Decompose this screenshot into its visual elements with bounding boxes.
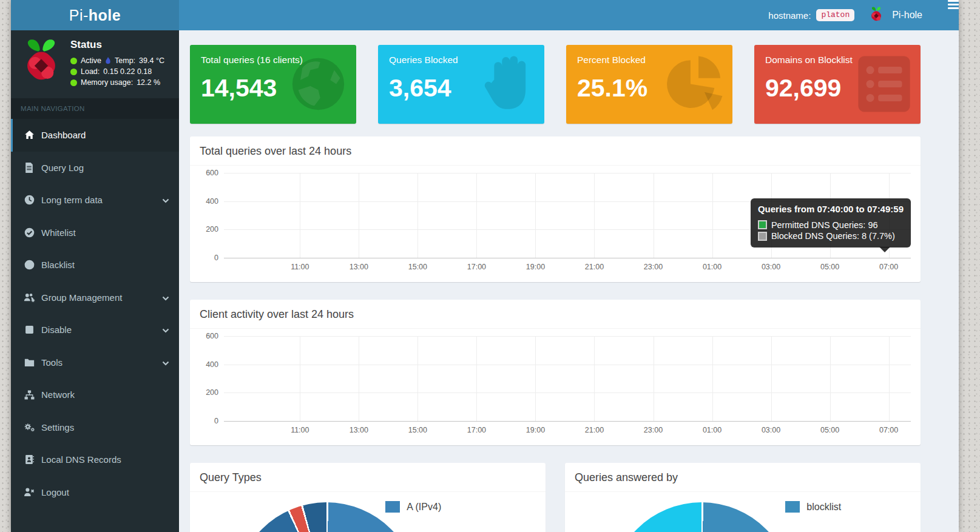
y-tick-label: 200: [206, 388, 218, 397]
x-tick-label: 03:00: [762, 426, 780, 434]
sidebar-item-settings[interactable]: Settings: [11, 411, 179, 444]
folder-icon: [23, 358, 35, 367]
sidebar-item-label: Disable: [41, 325, 72, 335]
status-active-label: Active: [81, 56, 101, 65]
top-navbar: hostname: platon Pi-hole: [179, 0, 959, 30]
domains-blocklist-card: Domains on Blocklist 92,699: [754, 45, 921, 124]
status-title: Status: [70, 39, 164, 51]
box-title: Total queries over last 24 hours: [190, 136, 921, 166]
sidebar-item-label: Dashboard: [41, 130, 86, 140]
chart-tooltip: Queries from 07:40:00 to 07:49:59 Permit…: [751, 198, 911, 247]
x-tick-label: 01:00: [703, 426, 721, 434]
stat-cards-row: Total queries (16 clients) 14,543 Querie…: [190, 45, 921, 124]
sidebar-item-whitelist[interactable]: Whitelist: [11, 217, 179, 249]
status-memory-value: 12.2 %: [137, 78, 160, 87]
x-tick-label: 21:00: [585, 426, 604, 434]
status-temp-label: Temp:: [115, 56, 135, 65]
y-tick-label: 600: [206, 169, 218, 177]
bars-layer: [224, 336, 911, 421]
pihole-app-window: Pi-hole hostname: platon Pi-hole: [11, 0, 959, 532]
tooltip-blocked-text: Blocked DNS Queries: 8 (7.7%): [771, 231, 895, 242]
sidebar-item-label: Group Management: [41, 292, 122, 303]
sidebar-item-dashboard[interactable]: Dashboard: [11, 119, 179, 152]
permitted-swatch-icon: [758, 220, 767, 229]
chevron-down-icon: [162, 357, 169, 368]
y-axis: 0200400600: [200, 336, 224, 439]
sidebar-item-tools[interactable]: Tools: [11, 346, 179, 379]
sidebar-item-label: Logout: [41, 487, 69, 497]
x-tick-label: 03:00: [762, 263, 780, 271]
x-tick-label: 19:00: [526, 263, 545, 271]
legend-item[interactable]: blocklist: [785, 501, 841, 513]
x-tick-label: 07:00: [879, 263, 898, 271]
sidebar-item-local-dns-records[interactable]: Local DNS Records: [11, 443, 179, 476]
x-tick-label: 17:00: [467, 263, 486, 271]
y-tick-label: 200: [206, 225, 218, 234]
client-activity-chart[interactable]: 020040060011:0013:0015:0017:0019:0021:00…: [200, 336, 911, 439]
check-circle-icon: [23, 227, 35, 238]
status-dot-icon: [70, 58, 77, 64]
sidebar-item-disable[interactable]: Disable: [11, 314, 179, 346]
gears-icon: [23, 422, 35, 433]
sidebar-item-label: Blacklist: [41, 260, 75, 270]
gridline: [224, 258, 911, 258]
plot-area[interactable]: 11:0013:0015:0017:0019:0021:0023:0001:00…: [224, 336, 911, 439]
sidebar-item-label: Query Log: [41, 163, 84, 173]
sidebar-item-query-log[interactable]: Query Log: [11, 152, 179, 184]
user-times-icon: [23, 487, 35, 497]
sitemap-icon: [23, 390, 35, 400]
x-tick-label: 05:00: [820, 426, 839, 434]
y-tick-label: 0: [214, 417, 218, 425]
box-title: Client activity over last 24 hours: [190, 300, 921, 329]
x-tick-label: 05:00: [820, 263, 839, 271]
x-tick-label: 13:00: [350, 426, 368, 434]
sidebar: Status Active Temp: 39.4 °C Load: 0.15 0…: [11, 30, 179, 532]
legend-swatch-icon: [385, 501, 400, 513]
x-tick-label: 15:00: [408, 263, 427, 271]
chevron-down-icon: [162, 292, 169, 303]
x-tick-label: 19:00: [526, 426, 545, 434]
sidebar-section-label: MAIN NAVIGATION: [11, 98, 179, 119]
y-tick-label: 0: [214, 254, 218, 262]
answered-by-pie-chart[interactable]: [610, 502, 792, 532]
x-tick-label: 01:00: [703, 263, 721, 271]
x-tick-label: 07:00: [879, 426, 898, 434]
sidebar-item-blacklist[interactable]: Blacklist: [11, 249, 179, 281]
tooltip-permitted-text: Permitted DNS Queries: 96: [771, 220, 878, 231]
sidebar-item-label: Settings: [41, 422, 74, 433]
stat-card-value: 25.1%: [577, 74, 721, 103]
x-tick-label: 13:00: [350, 263, 368, 271]
stat-card-title: Queries Blocked: [389, 55, 533, 66]
query-types-legend: A (IPv4): [385, 501, 441, 513]
legend-label: blocklist: [806, 502, 841, 513]
sidebar-item-logout[interactable]: Logout: [11, 476, 179, 509]
status-dot-icon: [70, 79, 77, 86]
stat-card-value: 92,699: [765, 74, 910, 103]
x-tick-label: 21:00: [585, 263, 604, 271]
x-tick-label: 11:00: [291, 426, 309, 434]
sidebar-item-group-management[interactable]: Group Management: [11, 281, 179, 314]
stat-card-value: 3,654: [389, 74, 533, 103]
status-row-memory: Memory usage: 12.2 %: [70, 78, 164, 87]
query-types-box: Query Types A (IPv4): [190, 463, 546, 532]
chevron-down-icon: [162, 195, 169, 205]
y-tick-label: 400: [206, 197, 218, 206]
sidebar-item-long-term-data[interactable]: Long term data: [11, 184, 179, 217]
temperature-flame-icon: [105, 57, 111, 65]
legend-item[interactable]: A (IPv4): [385, 501, 441, 513]
chevron-down-icon: [162, 325, 169, 335]
status-memory-label: Memory usage:: [81, 78, 133, 87]
sidebar-item-label: Local DNS Records: [41, 454, 121, 465]
sidebar-toggle-button[interactable]: [179, 0, 209, 30]
status-temp-value: 39.4 °C: [139, 56, 164, 65]
x-tick-label: 23:00: [644, 426, 663, 434]
x-tick-label: 11:00: [291, 263, 309, 271]
box-title: Queries answered by: [565, 463, 921, 492]
stat-card-value: 14,543: [201, 74, 345, 103]
answered-by-legend: blocklist: [785, 501, 841, 513]
status-dot-icon: [70, 69, 77, 75]
sidebar-item-label: Whitelist: [41, 227, 76, 238]
tooltip-title: Queries from 07:40:00 to 07:49:59: [758, 203, 904, 215]
sidebar-item-network[interactable]: Network: [11, 379, 179, 411]
x-tick-label: 15:00: [408, 426, 427, 434]
